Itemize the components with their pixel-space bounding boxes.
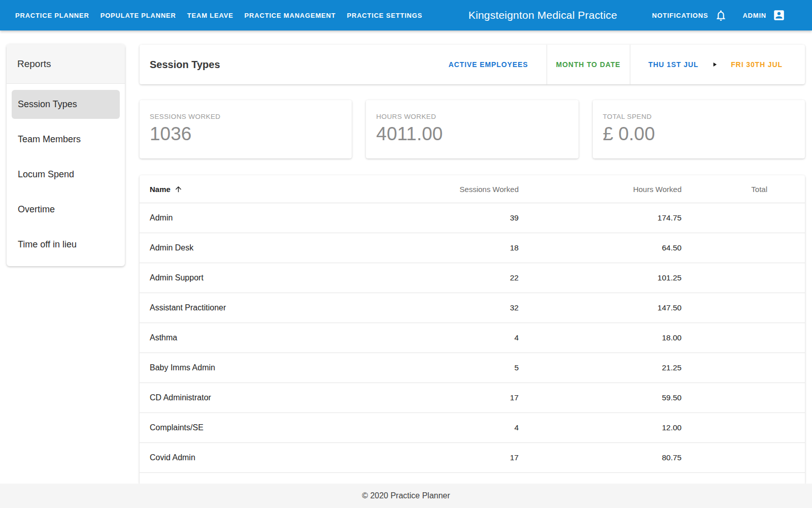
cell-sessions: 39 — [417, 213, 519, 223]
cell-name: Covid Admin — [140, 453, 417, 462]
sidebar-items: Session Types Team Members Locum Spend O… — [7, 84, 125, 259]
sidebar-header: Reports — [7, 44, 125, 84]
cell-hours: 59.50 — [519, 393, 682, 402]
nav-item-team-leave[interactable]: TEAM LEAVE — [187, 9, 233, 22]
page-title: Session Types — [140, 59, 430, 71]
cell-sessions: 5 — [417, 363, 519, 372]
stat-value: £ 0.00 — [603, 123, 795, 145]
cell-sessions: 18 — [417, 243, 519, 252]
report-header-card: Session Types ACTIVE EMPLOYEES MONTH TO … — [140, 45, 805, 84]
cell-sessions: 17 — [417, 393, 519, 402]
cell-hours: 101.25 — [519, 273, 682, 282]
stat-value: 4011.00 — [376, 123, 568, 145]
table-header-row: Name Sessions Worked Hours Worked Total — [140, 175, 805, 203]
sidebar-item-locum-spend[interactable]: Locum Spend — [12, 160, 120, 189]
table-row: Complaints/SE 4 12.00 — [140, 413, 805, 443]
cell-sessions: 17 — [417, 453, 519, 462]
column-header-name[interactable]: Name — [140, 185, 417, 194]
nav-item-practice-management[interactable]: PRACTICE MANAGEMENT — [245, 9, 336, 22]
cell-sessions: 22 — [417, 273, 519, 282]
sidebar-item-time-off-in-lieu[interactable]: Time off in lieu — [12, 230, 120, 259]
cell-name: CD Administrator — [140, 393, 417, 402]
cell-name: Asthma — [140, 333, 417, 342]
stat-card-sessions-worked: SESSIONS WORKED 1036 — [140, 100, 352, 158]
cell-name: Assistant Practitioner — [140, 303, 417, 312]
cell-name: Admin Support — [140, 273, 417, 282]
cell-name: Admin Desk — [140, 243, 417, 252]
stats-row: SESSIONS WORKED 1036 HOURS WORKED 4011.0… — [140, 100, 805, 158]
admin-menu-button[interactable]: ADMIN — [742, 12, 766, 19]
column-header-name-label: Name — [150, 185, 171, 194]
session-types-table: Name Sessions Worked Hours Worked Total … — [140, 175, 805, 484]
notifications-button[interactable]: NOTIFICATIONS — [652, 12, 708, 19]
sidebar-item-team-members[interactable]: Team Members — [12, 125, 120, 154]
copyright-text: © 2020 Practice Planner — [362, 491, 450, 500]
table-row: Admin Desk 18 64.50 — [140, 233, 805, 263]
date-start-button[interactable]: THU 1ST JUL — [649, 60, 699, 69]
notifications-bell-icon[interactable] — [708, 9, 727, 22]
table-row: CD Administrator 17 59.50 — [140, 383, 805, 413]
nav-item-practice-settings[interactable]: PRACTICE SETTINGS — [347, 9, 422, 22]
table-body: Admin 39 174.75 Admin Desk 18 64.50 Admi… — [140, 203, 805, 473]
table-row: Assistant Practitioner 32 147.50 — [140, 293, 805, 323]
main-nav: PRACTICE PLANNER POPULATE PLANNER TEAM L… — [15, 9, 433, 22]
table-row: Asthma 4 18.00 — [140, 323, 805, 353]
arrow-right-icon — [711, 61, 718, 68]
app-bar: PRACTICE PLANNER POPULATE PLANNER TEAM L… — [0, 0, 812, 30]
stat-card-total-spend: TOTAL SPEND £ 0.00 — [593, 100, 805, 158]
cell-hours: 21.25 — [519, 363, 682, 372]
cell-hours: 147.50 — [519, 303, 682, 312]
cell-hours: 12.00 — [519, 423, 682, 432]
table-row: Admin 39 174.75 — [140, 203, 805, 233]
date-end-button[interactable]: FRI 30TH JUL — [731, 60, 783, 69]
reports-sidebar: Reports Session Types Team Members Locum… — [7, 44, 125, 266]
admin-account-icon[interactable] — [766, 9, 786, 22]
employee-filter-button[interactable]: ACTIVE EMPLOYEES — [430, 45, 547, 84]
sort-ascending-icon — [174, 185, 183, 194]
sidebar-item-overtime[interactable]: Overtime — [12, 195, 120, 224]
period-filter-button[interactable]: MONTH TO DATE — [547, 45, 630, 84]
table-row: Baby Imms Admin 5 21.25 — [140, 353, 805, 383]
stat-value: 1036 — [150, 123, 342, 145]
date-range-picker: THU 1ST JUL FRI 30TH JUL — [630, 45, 805, 84]
cell-sessions: 4 — [417, 423, 519, 432]
app-bar-right: NOTIFICATIONS ADMIN — [652, 9, 812, 22]
nav-item-practice-planner[interactable]: PRACTICE PLANNER — [15, 9, 89, 22]
column-header-total[interactable]: Total — [682, 185, 767, 194]
table-row: Admin Support 22 101.25 — [140, 263, 805, 293]
cell-hours: 80.75 — [519, 453, 682, 462]
cell-name: Baby Imms Admin — [140, 363, 417, 372]
column-header-sessions-worked[interactable]: Sessions Worked — [417, 185, 519, 194]
cell-hours: 64.50 — [519, 243, 682, 252]
practice-title: Kingsteignton Medical Practice — [468, 9, 617, 21]
cell-name: Complaints/SE — [140, 423, 417, 432]
practice-title-wrap: Kingsteignton Medical Practice — [433, 9, 652, 21]
table-row: Covid Admin 17 80.75 — [140, 443, 805, 473]
cell-hours: 174.75 — [519, 213, 682, 223]
stat-label: SESSIONS WORKED — [150, 113, 342, 120]
sidebar-item-session-types[interactable]: Session Types — [12, 90, 120, 119]
cell-sessions: 4 — [417, 333, 519, 342]
cell-sessions: 32 — [417, 303, 519, 312]
stat-label: HOURS WORKED — [376, 113, 568, 120]
nav-item-populate-planner[interactable]: POPULATE PLANNER — [100, 9, 176, 22]
stat-card-hours-worked: HOURS WORKED 4011.00 — [366, 100, 578, 158]
column-header-hours-worked[interactable]: Hours Worked — [519, 185, 682, 194]
cell-name: Admin — [140, 213, 417, 223]
stat-label: TOTAL SPEND — [603, 113, 795, 120]
cell-hours: 18.00 — [519, 333, 682, 342]
page-footer: © 2020 Practice Planner — [0, 484, 812, 508]
